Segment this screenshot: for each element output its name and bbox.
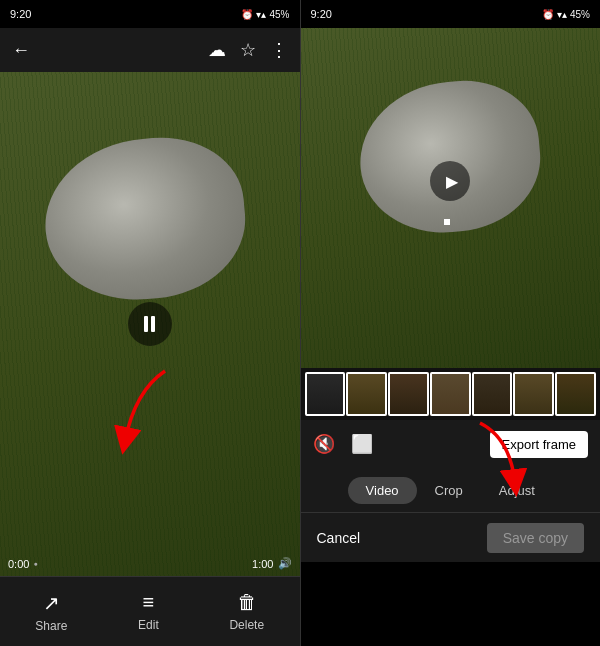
strip-frame-5 bbox=[472, 372, 513, 416]
right-wifi-icon: ▾▴ bbox=[557, 9, 567, 20]
strip-frame-1 bbox=[305, 372, 346, 416]
video-edit-tabs: Video Crop Adjust bbox=[301, 468, 601, 512]
right-status-icons: ⏰ ▾▴ 45% bbox=[542, 9, 590, 20]
pause-bar-2 bbox=[151, 316, 155, 332]
toolbar-icons: 🔇 ⬜ bbox=[313, 433, 373, 455]
more-icon: ⋮ bbox=[270, 39, 288, 61]
timecode-end: 1:00 bbox=[252, 558, 273, 570]
play-icon-right: ▶ bbox=[446, 172, 458, 191]
frame-icon: ⬜ bbox=[351, 433, 373, 455]
tab-video[interactable]: Video bbox=[348, 477, 417, 504]
strip-frame-4 bbox=[430, 372, 471, 416]
left-top-bar: ← ☁ ☆ ⋮ bbox=[0, 28, 300, 72]
save-copy-button[interactable]: Save copy bbox=[487, 523, 584, 553]
strip-border-3 bbox=[388, 372, 429, 416]
strip-border-1 bbox=[305, 372, 346, 416]
cancel-button[interactable]: Cancel bbox=[317, 530, 361, 546]
alarm-icon: ⏰ bbox=[241, 9, 253, 20]
strip-border-6 bbox=[513, 372, 554, 416]
strip-border-4 bbox=[430, 372, 471, 416]
edit-icon: ≡ bbox=[143, 591, 155, 614]
strip-frame-7 bbox=[555, 372, 596, 416]
timecode-start: 0:00 bbox=[8, 558, 29, 570]
strip-border-5 bbox=[472, 372, 513, 416]
star-icon: ☆ bbox=[240, 39, 256, 61]
right-panel: 9:20 ⏰ ▾▴ 45% ▶ bbox=[301, 0, 601, 646]
red-arrow-left bbox=[105, 361, 185, 465]
left-video-area: 0:00 ● 1:00 🔊 bbox=[0, 72, 300, 576]
wifi-icon: ▾▴ bbox=[256, 9, 266, 20]
right-time: 9:20 bbox=[311, 8, 332, 20]
right-battery: 45% bbox=[570, 9, 590, 20]
delete-action[interactable]: 🗑 Delete bbox=[229, 591, 264, 632]
strip-frame-3 bbox=[388, 372, 429, 416]
share-label: Share bbox=[35, 619, 67, 633]
volume-button[interactable]: 🔇 bbox=[313, 433, 335, 455]
status-time-left: 9:20 bbox=[10, 8, 31, 20]
red-arrow-right bbox=[460, 418, 540, 502]
left-time: 9:20 bbox=[10, 8, 31, 20]
pause-button-left[interactable] bbox=[128, 302, 172, 346]
upload-button[interactable]: ☁ bbox=[208, 39, 226, 61]
timeline-strip[interactable] bbox=[301, 368, 601, 420]
left-status-bar: 9:20 ⏰ ▾▴ 45% bbox=[0, 0, 300, 28]
more-button[interactable]: ⋮ bbox=[270, 39, 288, 61]
status-icons-right: ⏰ ▾▴ 45% bbox=[241, 9, 289, 20]
share-action[interactable]: ↗ Share bbox=[35, 591, 67, 633]
pause-bar-1 bbox=[144, 316, 148, 332]
left-battery: 45% bbox=[269, 9, 289, 20]
back-icon: ← bbox=[12, 40, 30, 61]
strip-frame-2 bbox=[346, 372, 387, 416]
play-button-right[interactable]: ▶ bbox=[430, 161, 470, 201]
share-icon: ↗ bbox=[43, 591, 60, 615]
edit-label: Edit bbox=[138, 618, 159, 632]
strip-border-7 bbox=[555, 372, 596, 416]
dot-icon: ● bbox=[33, 560, 37, 567]
left-video-bottom: 0:00 ● 1:00 🔊 bbox=[0, 557, 300, 570]
time-start: 0:00 ● bbox=[8, 558, 38, 570]
strip-border-2 bbox=[346, 372, 387, 416]
top-bar-actions: ☁ ☆ ⋮ bbox=[208, 39, 288, 61]
delete-icon: 🗑 bbox=[237, 591, 257, 614]
tabs-container: Video Crop Adjust bbox=[301, 468, 601, 512]
right-alarm-icon: ⏰ bbox=[542, 9, 554, 20]
frame-button[interactable]: ⬜ bbox=[351, 433, 373, 455]
right-status-time: 9:20 bbox=[311, 8, 332, 20]
volume-icon-right: 🔇 bbox=[313, 433, 335, 455]
left-panel: 9:20 ⏰ ▾▴ 45% ← ☁ ☆ ⋮ bbox=[0, 0, 300, 646]
time-end: 1:00 🔊 bbox=[252, 557, 291, 570]
upload-icon: ☁ bbox=[208, 39, 226, 61]
edit-action[interactable]: ≡ Edit bbox=[138, 591, 159, 632]
right-toolbar: 🔇 ⬜ Export frame bbox=[301, 420, 601, 468]
star-button[interactable]: ☆ bbox=[240, 39, 256, 61]
delete-label: Delete bbox=[229, 618, 264, 632]
left-bottom-bar: ↗ Share ≡ Edit 🗑 Delete bbox=[0, 576, 300, 646]
strip-frame-6 bbox=[513, 372, 554, 416]
volume-icon: 🔊 bbox=[278, 557, 292, 570]
right-status-bar: 9:20 ⏰ ▾▴ 45% bbox=[301, 0, 601, 28]
pause-icon bbox=[144, 316, 155, 332]
indicator-dot bbox=[444, 219, 450, 225]
right-video-area: ▶ bbox=[301, 28, 601, 368]
right-bottom-bar: Cancel Save copy bbox=[301, 512, 601, 562]
back-button[interactable]: ← bbox=[12, 40, 30, 61]
